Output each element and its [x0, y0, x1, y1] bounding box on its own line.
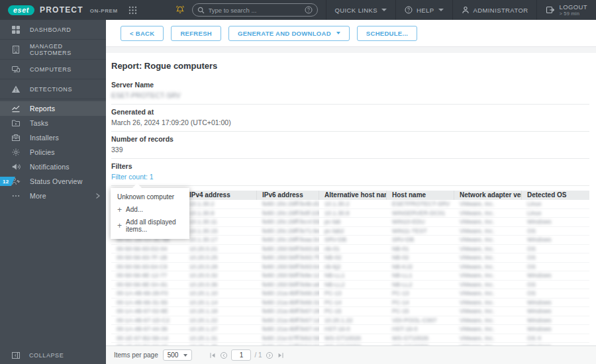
sidebar-item-label: DASHBOARD	[30, 26, 71, 33]
sidebar-collapse-button[interactable]: COLLAPSE	[0, 347, 106, 364]
table-cell: 00-1A-4B-67-02-8E	[111, 307, 184, 316]
first-page-button[interactable]	[209, 351, 217, 359]
table-cell: VMware, Inc.	[454, 263, 522, 272]
sidebar-item-label: Tasks	[30, 119, 48, 127]
quick-links-menu[interactable]: QUICK LINKS	[326, 0, 396, 20]
column-header[interactable]: Host name	[387, 191, 454, 200]
context-menu-add-all[interactable]: + Add all displayed items...	[111, 216, 189, 236]
sidebar-item-reports[interactable]: Reports	[0, 101, 106, 116]
table-row[interactable]: 00-50-56-93-64-C910.20.0.28fe80::250:56f…	[111, 263, 589, 272]
table-cell: 10.20.1.22	[184, 316, 257, 326]
next-page-button[interactable]	[266, 351, 273, 359]
table-row[interactable]: 00-1A-4B-67-1D-C210.20.1.22fe80::21a:4bf…	[111, 316, 589, 326]
top-bar: eset PROTECT ON-PREM QUICK LINK	[0, 0, 596, 20]
table-cell: PC-14	[387, 298, 454, 308]
chevron-down-icon	[183, 354, 187, 357]
table-cell: fe80::250:56ff:fe8e:1277	[257, 271, 319, 281]
previous-page-button[interactable]	[220, 351, 228, 359]
table-cell: 00-1A-4B-66-31-55	[111, 298, 184, 308]
table-cell: Windows	[522, 325, 589, 334]
table-cell: fe80::20c:29ff:fec4:550d	[257, 218, 319, 227]
table-cell: PC-13	[319, 289, 387, 298]
help-menu[interactable]: HELP	[395, 0, 452, 20]
last-page-button[interactable]	[277, 351, 285, 359]
table-cell: PC-15	[387, 307, 454, 316]
notification-bell-icon[interactable]	[175, 5, 185, 15]
table-cell: 10.20.1.22	[319, 316, 387, 326]
table-cell: 00-50-56-8E-12-77	[111, 271, 184, 281]
table-cell: 00-50-56-93-7F-1B	[111, 253, 184, 263]
table-row[interactable]: 00-1A-4B-66-28-F010.20.1.10fe80::21a:4bf…	[111, 289, 589, 298]
column-header[interactable]: Detected OS	[522, 191, 589, 200]
table-cell: VMware, Inc.	[454, 236, 522, 245]
table-row[interactable]: 00-1A-4B-66-31-5510.20.1.14fe80::21a:4bf…	[111, 298, 589, 308]
field-number-of-records: Number of records 339	[111, 132, 589, 159]
current-page-input[interactable]	[231, 349, 251, 361]
generate-and-download-button[interactable]: GENERATE AND DOWNLOAD	[228, 26, 350, 41]
logout-timer: > 59 min	[559, 11, 587, 17]
sidebar-item-dashboard[interactable]: DASHBOARD	[0, 20, 106, 40]
table-row[interactable]: 00-50-56-8E-0A-9110.20.0.36fe80::250:56f…	[111, 281, 589, 290]
table-cell: NB-LL1	[387, 271, 454, 281]
refresh-button[interactable]: REFRESH	[171, 26, 221, 41]
column-header[interactable]: IPv4 address	[184, 191, 257, 200]
table-row[interactable]: 00-50-56-93-D2-0410.20.0.21fe80::250:56f…	[111, 245, 589, 254]
table-cell: VMware, Inc.	[454, 271, 522, 281]
back-button[interactable]: < BACK	[121, 26, 164, 41]
table-row[interactable]: 00-1E-67-B2-58-A410.20.1.31fe80::21e:67f…	[111, 334, 589, 343]
sidebar-item-detections[interactable]: DETECTIONS	[0, 79, 106, 99]
table-cell: Linux	[522, 209, 589, 218]
schedule-button[interactable]: SCHEDULE...	[357, 26, 417, 41]
table-row[interactable]: 00-50-56-93-7F-1B10.20.0.25fe80::250:56f…	[111, 253, 589, 263]
collapse-icon	[11, 351, 21, 360]
table-row[interactable]: 00-1A-4B-67-44-3610.20.1.27fe80::21a:4bf…	[111, 325, 589, 334]
logout-button[interactable]: LOGOUT > 59 min	[536, 0, 596, 20]
table-cell: PC-13	[387, 289, 454, 298]
report-toolbar: < BACK REFRESH GENERATE AND DOWNLOAD SCH…	[106, 20, 596, 46]
items-per-page-select[interactable]: 500	[163, 349, 193, 361]
table-cell: fe80::21a:4bff:fe67:4436	[257, 325, 319, 334]
main-content: < BACK REFRESH GENERATE AND DOWNLOAD SCH…	[106, 20, 596, 364]
table-cell: SRV-DB	[387, 236, 454, 245]
search-help-icon[interactable]	[305, 6, 313, 14]
sidebar-item-label: Notifications	[30, 163, 70, 171]
table-row[interactable]: 00-1A-4B-67-02-8E10.20.1.18fe80::21a:4bf…	[111, 307, 589, 316]
table-cell: NB-02	[319, 253, 387, 263]
sidebar-item-installers[interactable]: Installers	[0, 130, 106, 145]
plus-icon: +	[117, 206, 122, 213]
pagination-bar: Items per page 500 / 1	[106, 345, 596, 364]
app-grid-icon[interactable]	[128, 6, 137, 15]
table-cell: NB-01	[387, 245, 454, 254]
table-cell: WIN10-EDU	[387, 218, 454, 227]
table-cell: fe80::250:56ff:fe93:64c9	[257, 263, 319, 272]
sidebar-item-policies[interactable]: Policies	[0, 145, 106, 159]
table-cell: fe80::250:56ff:fe93:d204	[257, 245, 319, 254]
sidebar-item-tasks[interactable]: Tasks	[0, 116, 106, 130]
column-header[interactable]: IPv6 address	[257, 191, 319, 200]
sidebar-item-label: Installers	[30, 134, 59, 142]
notifications-icon	[11, 162, 21, 171]
sidebar-item-label: COMPUTERS	[30, 66, 72, 73]
user-menu[interactable]: ADMINISTRATOR	[452, 0, 537, 20]
table-cell: VMware, Inc.	[454, 307, 522, 316]
chevron-right-icon	[94, 193, 101, 199]
table-row[interactable]: 00-50-56-8E-12-7710.20.0.32fe80::250:56f…	[111, 271, 589, 281]
reports-icon	[11, 104, 21, 113]
table-cell: fe80::250:56ff:fe93:7f1b	[257, 253, 319, 263]
column-header[interactable]: Alternative host names	[319, 191, 387, 200]
sidebar-item-computers[interactable]: COMPUTERS	[0, 60, 106, 79]
table-cell: Windows	[522, 236, 589, 245]
table-cell: Windows	[522, 316, 589, 326]
table-cell: VMware, Inc.	[454, 298, 522, 308]
filter-count-link[interactable]: Filter count: 1	[111, 173, 589, 181]
context-menu-add[interactable]: + Add...	[111, 203, 189, 216]
sidebar-item-status-overview[interactable]: 12Status Overview	[0, 174, 106, 189]
sidebar-item-more[interactable]: More	[0, 189, 106, 203]
sidebar-item-notifications[interactable]: Notifications	[0, 159, 106, 174]
search-input[interactable]	[209, 7, 301, 14]
table-cell: fe80::21a:4bff:fe67:28e	[257, 307, 319, 316]
sidebar-item-managed-customers[interactable]: MANAGED CUSTOMERS	[0, 40, 106, 60]
column-header[interactable]: Network adapter vendor	[454, 191, 522, 200]
table-cell: 10.20.1.27	[184, 325, 257, 334]
table-cell: VMware, Inc.	[454, 200, 522, 209]
